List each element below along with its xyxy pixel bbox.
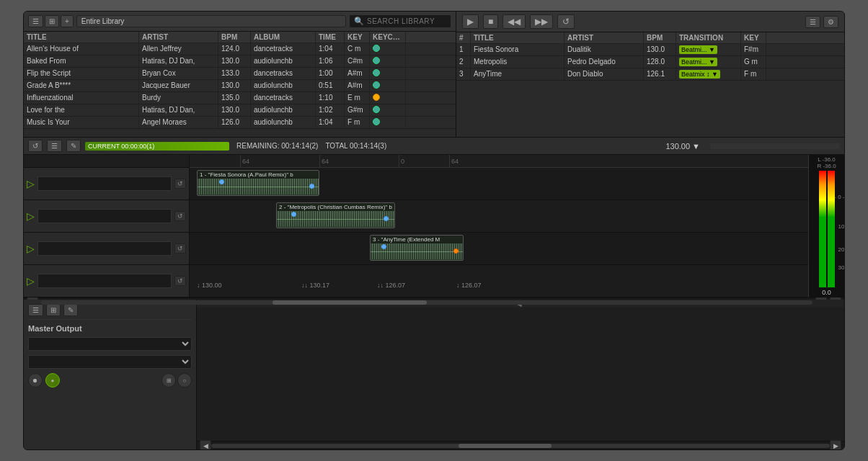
meter-label-0: - 0 - (834, 194, 844, 200)
rewind-button[interactable]: ◀◀ (502, 14, 526, 29)
playlist-bpm: 126.1 (644, 68, 676, 80)
library-table: TITLE ARTIST BPM ALBUM TIME KEY KEYCODE … (24, 32, 456, 137)
beatmix-badge: Beatmix ↕ ▼ (679, 70, 720, 79)
level-right: R -36.0 (817, 163, 836, 169)
track-controls: ▷ ↺ ▷ ↺ ▷ ↺ ▷ ↺ (24, 155, 190, 297)
library-table-header: TITLE ARTIST BPM ALBUM TIME KEY KEYCODE (24, 32, 456, 43)
search-box: 🔍 (349, 14, 451, 28)
timeline-edit-btn[interactable]: ✎ (66, 140, 81, 152)
clip-dot (381, 244, 386, 249)
timeline-status: CURRENT 00:00:00(1) REMAINING: 00:14:14(… (85, 142, 386, 151)
col-num: # (456, 32, 471, 43)
beatmix-badge: Beatmi... ▼ (679, 45, 717, 54)
playlist-section: ▶ ■ ◀◀ ▶▶ ↺ ☰ ⚙ # TITLE ARTIST BPM TRANS… (456, 12, 844, 137)
table-row[interactable]: Influenzational Burdy 135.0 dancetracks … (24, 92, 456, 104)
clip-3[interactable]: 3 - "AnyTime (Extended M (370, 235, 464, 261)
clip-2[interactable]: 2 - "Metropolis (Christian Cumbas Remix)… (276, 202, 395, 228)
playlist-row[interactable]: 1 Fiesta Sonora Dualitik 130.0 Beatmi...… (456, 44, 844, 56)
col-title: TITLE (24, 32, 139, 42)
timeline-panel: ↺ ☰ ✎ CURRENT 00:00:00(1) REMAINING: 00:… (24, 138, 844, 300)
bottom-scrollbar-track[interactable] (211, 444, 830, 448)
scrollbar-thumb[interactable] (273, 300, 427, 305)
track-mini-btn-1[interactable]: ↺ (174, 179, 186, 189)
loop-button[interactable]: ↺ (557, 14, 575, 29)
master-edit-btn[interactable]: ✎ (63, 304, 78, 316)
track-time: 1:02 (316, 104, 345, 116)
library-toolbar: ☰ ⊞ + Entire Library 🔍 (24, 12, 456, 32)
table-row[interactable]: Love for the Hatiras, DJ Dan, 130.0 audi… (24, 104, 456, 117)
track-keycode (370, 68, 406, 79)
clip-header-2: 2 - "Metropolis (Christian Cumbas Remix)… (277, 203, 394, 211)
playlist-artist: Pedro Delgado (564, 56, 644, 68)
playlist-row[interactable]: 2 Metropolis Pedro Delgado 128.0 Beatmi.… (456, 56, 844, 68)
master-green-btn[interactable]: ● (45, 373, 60, 388)
master-record-btn[interactable]: ⏺ (28, 373, 43, 388)
meter-label-30: 30 (838, 264, 845, 271)
master-screen-btn[interactable]: ⊞ (161, 373, 176, 388)
track-mini-btn-2[interactable]: ↺ (174, 211, 186, 221)
track-mini-btn-4[interactable]: ↺ (174, 276, 186, 286)
track-key: A#m (345, 68, 370, 79)
track-artist: Allen Jeffrey (139, 43, 218, 55)
bpm-label-3: ↓↓ 126.07 (377, 282, 405, 289)
track-album: dancetracks (251, 92, 316, 104)
track-key: C m (345, 43, 370, 55)
library-dropdown[interactable]: Entire Library (76, 15, 346, 27)
bpm-unit: ▼ (692, 142, 700, 151)
track-time: 1:04 (316, 43, 345, 55)
bottom-scroll-left[interactable]: ◀ (200, 440, 211, 451)
bpm-label-4: ↓ 126.07 (456, 282, 482, 289)
track-bpm: 126.0 (218, 117, 251, 128)
list-view-btn[interactable]: ☰ (28, 15, 43, 27)
scrollbar-track[interactable] (41, 300, 812, 305)
master-list-btn[interactable]: ☰ (28, 304, 43, 316)
table-row[interactable]: Baked From Hatiras, DJ Dan, 130.0 audiol… (24, 55, 456, 68)
track-album: audiolunchb (251, 104, 316, 116)
forward-button[interactable]: ▶▶ (530, 14, 553, 29)
bottom-scrollbar: ◀ ▶ (197, 441, 844, 449)
stop-button[interactable]: ■ (483, 14, 498, 29)
timeline-content: ▷ ↺ ▷ ↺ ▷ ↺ ▷ ↺ (24, 155, 844, 297)
track-artist: Jacquez Bauer (139, 80, 218, 91)
track-bpm: 124.0 (218, 43, 251, 55)
bottom-scrollbar-thumb[interactable] (459, 444, 552, 448)
play-button[interactable]: ▶ (462, 14, 479, 29)
track-mini-btn-3[interactable]: ↺ (174, 243, 186, 254)
bottom-scroll-right[interactable]: ▶ (830, 440, 841, 451)
master-grid-btn[interactable]: ⊞ (46, 304, 61, 316)
meter-value: 0.0 (822, 289, 831, 296)
playlist-settings-btn[interactable]: ⚙ (823, 16, 838, 28)
bpm-label-2: ↓↓ 130.17 (301, 282, 329, 289)
clip-dot (309, 184, 314, 189)
track-bpm: 130.0 (218, 55, 251, 67)
table-row[interactable]: Flip the Script Bryan Cox 133.0 dancetra… (24, 68, 456, 80)
table-row[interactable]: Music Is Your Angel Moraes 126.0 audiolu… (24, 117, 456, 129)
table-row[interactable]: Allen's House of Allen Jeffrey 124.0 dan… (24, 43, 456, 55)
master-extra-btn[interactable]: ○ (177, 373, 192, 388)
playlist-view-btn[interactable]: ☰ (805, 16, 820, 28)
library-table-body: Allen's House of Allen Jeffrey 124.0 dan… (24, 43, 456, 137)
keycode-icon (373, 81, 380, 89)
timeline-icon-btn[interactable]: ↺ (28, 140, 43, 152)
table-row[interactable]: Grade A B**** Jacquez Bauer 130.0 audiol… (24, 80, 456, 92)
playlist-row[interactable]: 3 AnyTime Don Diablo 126.1 Beatmix ↕ ▼ F… (456, 68, 844, 81)
top-panel: ☰ ⊞ + Entire Library 🔍 TITLE ARTIST BPM (24, 12, 844, 138)
track-lane-4 (190, 265, 808, 297)
track-album: dancetracks (251, 43, 316, 55)
ruler-mark: 64 (240, 155, 249, 167)
clip-1[interactable]: 1 - "Fiesta Sonora (A.Paul Remix)" b (197, 170, 319, 196)
main-area-wrapper: ◀ ◀ ▶ (197, 300, 844, 449)
master-select-1[interactable] (28, 337, 192, 351)
grid-view-btn[interactable]: ⊞ (45, 15, 59, 27)
playlist-title: Metropolis (471, 56, 564, 68)
timeline-list-btn[interactable]: ☰ (47, 140, 62, 152)
track-keycode (370, 117, 406, 128)
search-input[interactable] (367, 17, 446, 25)
main-area (197, 308, 844, 441)
track-bpm: 133.0 (218, 68, 251, 79)
track-control-4: ▷ ↺ (24, 265, 189, 297)
bottom-panel: ☰ ⊞ ✎ Master Output ⏺ ● ⊞ ○ ◀ (24, 300, 844, 449)
master-select-2[interactable] (28, 355, 192, 369)
master-title: Master Output (28, 324, 192, 333)
add-btn[interactable]: + (61, 15, 74, 27)
